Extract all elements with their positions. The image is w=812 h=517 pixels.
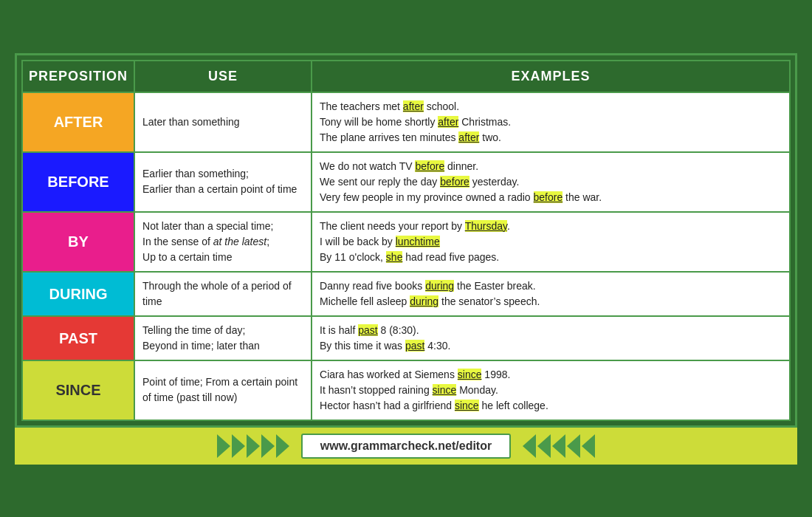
use-cell-by: Not later than a special time;In the sen… (134, 212, 312, 272)
footer-url[interactable]: www.grammarcheck.net/editor (301, 434, 511, 459)
use-cell-during: Through the whole of a period of time (134, 272, 312, 316)
example-line: Tony will be home shortly after Christma… (320, 116, 511, 128)
prep-label-before: BEFORE (22, 152, 134, 212)
table-header-row: PREPOSITION USE EXAMPLES (22, 61, 790, 92)
highlight: lunchtime (396, 236, 440, 247)
highlight: during (425, 280, 454, 292)
chevron-left-icon-5 (582, 434, 595, 458)
example-line: The plane arrives ten minutes after two. (320, 131, 501, 143)
prep-label-after: AFTER (22, 92, 134, 152)
example-line: It is half past 8 (8:30). (320, 324, 419, 336)
highlight: after (403, 100, 424, 112)
highlight: past (358, 324, 377, 336)
example-line: The client needs your report by Thursday… (320, 220, 510, 232)
example-line: Ciara has worked at Siemens since 1998. (320, 369, 510, 380)
examples-cell-during: Danny read five books during the Easter … (312, 272, 790, 316)
prep-label-by: BY (22, 212, 134, 272)
example-line: The teachers met after school. (320, 100, 459, 112)
prep-label-during: DURING (22, 272, 134, 316)
example-line: By 11 o'clock, she had read five pages. (320, 251, 499, 263)
use-cell-before: Earlier than something;Earlier than a ce… (134, 152, 312, 212)
example-line: Very few people in my province owned a r… (320, 191, 602, 203)
chevrons-left (217, 434, 289, 458)
chevron-left-icon-3 (552, 434, 565, 458)
chevron-left-icon-2 (537, 434, 551, 458)
highlight: since (433, 384, 457, 396)
table-row-during: DURINGThrough the whole of a period of t… (22, 272, 790, 316)
example-line: We do not watch TV before dinner. (320, 160, 478, 172)
footer-bar: www.grammarcheck.net/editor (15, 428, 797, 465)
use-cell-since: Point of time; From a certain point of t… (134, 360, 312, 420)
table-row-before: BEFOREEarlier than something;Earlier tha… (22, 152, 790, 212)
highlight: Thursday (465, 220, 507, 232)
example-line: We sent our reply the day before yesterd… (320, 176, 519, 188)
highlight: before (440, 176, 469, 188)
highlight: past (405, 340, 424, 352)
header-preposition: PREPOSITION (22, 61, 134, 92)
highlight: during (410, 295, 438, 307)
header-use: USE (134, 61, 312, 92)
prepositions-table: PREPOSITION USE EXAMPLES AFTERLater than… (21, 60, 791, 421)
prep-label-past: PAST (22, 316, 134, 360)
chevron-left-icon-1 (523, 434, 536, 458)
chevron-icon-5 (276, 434, 289, 458)
chevron-icon-1 (217, 434, 230, 458)
examples-cell-since: Ciara has worked at Siemens since 1998.I… (312, 360, 790, 420)
main-container: PREPOSITION USE EXAMPLES AFTERLater than… (15, 53, 797, 428)
examples-cell-by: The client needs your report by Thursday… (312, 212, 790, 272)
chevron-left-icon-4 (567, 434, 580, 458)
example-line: Michelle fell asleep during the senator’… (320, 295, 540, 307)
highlight: after (438, 116, 458, 128)
chevrons-right (523, 434, 595, 458)
table-row-by: BYNot later than a special time;In the s… (22, 212, 790, 272)
prep-label-since: SINCE (22, 360, 134, 420)
example-line: I will be back by lunchtime (320, 236, 440, 247)
highlight: before (415, 160, 444, 172)
table-row-after: AFTERLater than somethingThe teachers me… (22, 92, 790, 152)
example-line: Danny read five books during the Easter … (320, 280, 536, 292)
use-cell-after: Later than something (134, 92, 312, 152)
chevron-icon-4 (261, 434, 275, 458)
highlight: since (458, 369, 482, 380)
example-line: By this time it was past 4:30. (320, 340, 450, 352)
example-line: Hector hasn’t had a girlfriend since he … (320, 400, 548, 411)
table-row-past: PASTTelling the time of day;Beyond in ti… (22, 316, 790, 360)
highlight: before (534, 191, 563, 203)
chevron-icon-3 (247, 434, 260, 458)
use-cell-past: Telling the time of day;Beyond in time; … (134, 316, 312, 360)
highlight: after (458, 131, 479, 143)
examples-cell-after: The teachers met after school.Tony will … (312, 92, 790, 152)
example-line: It hasn’t stopped raining since Monday. (320, 384, 498, 396)
table-row-since: SINCEPoint of time; From a certain point… (22, 360, 790, 420)
highlight: since (455, 400, 479, 411)
header-examples: EXAMPLES (312, 61, 790, 92)
examples-cell-past: It is half past 8 (8:30).By this time it… (312, 316, 790, 360)
highlight: she (386, 251, 403, 263)
examples-cell-before: We do not watch TV before dinner.We sent… (312, 152, 790, 212)
chevron-icon-2 (232, 434, 245, 458)
